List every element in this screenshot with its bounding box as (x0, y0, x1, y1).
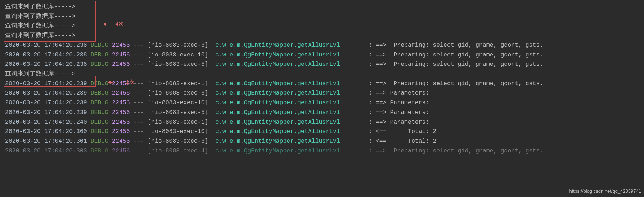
logger: c.w.e.m.QgEntityMapper.getAllusrLvl (215, 147, 358, 154)
separator: --- (134, 80, 144, 87)
timestamp: 2020-03-20 17:04:20.238 (5, 61, 87, 68)
pid: 22456 (112, 61, 130, 68)
db-query-text: 查询来到了数据库-----> (5, 32, 75, 39)
message: : ==> Preparing: select gid, gname, gcon… (369, 61, 543, 68)
logger: c.w.e.m.QgEntityMapper.getAllusrLvl (215, 90, 358, 96)
db-query-text: 查询来到了数据库-----> (5, 70, 75, 77)
log-level: DEBUG (91, 42, 109, 49)
logger: c.w.e.m.QgEntityMapper.getAllusrLvl (215, 42, 358, 49)
message: : ==> Parameters: (369, 109, 433, 116)
log-level: DEBUG (91, 80, 109, 87)
logger: c.w.e.m.QgEntityMapper.getAllusrLvl (215, 51, 358, 58)
logger: c.w.e.m.QgEntityMapper.getAllusrLvl (215, 80, 358, 87)
timestamp: 2020-03-20 17:04:20.239 (5, 80, 87, 87)
timestamp: 2020-03-20 17:04:20.239 (5, 99, 87, 106)
log-line: 2020-03-20 17:04:20.238 DEBUG 22456 --- … (5, 60, 644, 69)
log-rows: 2020-03-20 17:04:20.238 DEBUG 22456 --- … (5, 41, 644, 156)
log-line: 查询来到了数据库-----> (5, 31, 644, 41)
separator: --- (134, 138, 144, 145)
log-line: 2020-03-20 17:04:20.300 DEBUG 22456 --- … (5, 127, 644, 137)
pid: 22456 (112, 42, 130, 49)
log-level: DEBUG (91, 90, 109, 96)
timestamp: 2020-03-20 17:04:20.303 (5, 147, 87, 154)
message: : ==> Preparing: select gid, gname, gcon… (369, 42, 543, 49)
pid: 22456 (112, 128, 130, 135)
annotation-arrow-2: ◀— 1次 (107, 78, 135, 87)
timestamp: 2020-03-20 17:04:20.240 (5, 119, 87, 125)
log-line: 2020-03-20 17:04:20.303 DEBUG 22456 --- … (5, 146, 644, 156)
log-line: 2020-03-20 17:04:20.240 DEBUG 22456 --- … (5, 118, 644, 127)
annotation-label: 1次 (126, 79, 135, 86)
pid: 22456 (112, 119, 130, 125)
thread: [nio-8083-exec-5] (148, 61, 212, 68)
log-line: 查询来到了数据库-----> (5, 69, 644, 79)
message: : ==> Parameters: (369, 90, 433, 96)
logger: c.w.e.m.QgEntityMapper.getAllusrLvl (215, 128, 358, 135)
logger: c.w.e.m.QgEntityMapper.getAllusrLvl (215, 119, 358, 125)
pid: 22456 (112, 109, 130, 116)
log-level: DEBUG (91, 119, 109, 125)
log-line: 2020-03-20 17:04:20.238 DEBUG 22456 --- … (5, 41, 644, 50)
separator: --- (134, 99, 144, 106)
thread: [io-8083-exec-10] (148, 51, 212, 58)
message: : ==> Preparing: select gid, gname, gcon… (369, 80, 543, 87)
message: : ==> Parameters: (369, 99, 433, 106)
timestamp: 2020-03-20 17:04:20.238 (5, 42, 87, 49)
message: : ==> Parameters: (369, 119, 433, 125)
log-level: DEBUG (91, 51, 109, 58)
db-query-text: 查询来到了数据库-----> (5, 13, 75, 20)
separator: --- (134, 90, 144, 96)
log-level: DEBUG (91, 138, 109, 145)
log-line: 查询来到了数据库-----> (5, 2, 644, 12)
arrow-left-icon: ◀— (103, 21, 109, 27)
separator: --- (134, 61, 144, 68)
thread: [nio-8083-exec-4] (148, 147, 212, 154)
logger: c.w.e.m.QgEntityMapper.getAllusrLvl (215, 138, 358, 145)
thread: [nio-8083-exec-6] (148, 90, 212, 96)
timestamp: 2020-03-20 17:04:20.239 (5, 90, 87, 96)
annotation-label: 4次 (115, 21, 124, 27)
thread: [nio-8083-exec-5] (148, 109, 212, 116)
message: : <== Total: 2 (369, 128, 436, 135)
message: : ==> Preparing: select gid, gname, gcon… (369, 147, 543, 154)
timestamp: 2020-03-20 17:04:20.300 (5, 128, 87, 135)
timestamp: 2020-03-20 17:04:20.238 (5, 51, 87, 58)
log-line: 查询来到了数据库-----> (5, 12, 644, 22)
thread: [nio-8083-exec-6] (148, 42, 212, 49)
log-line: 2020-03-20 17:04:20.239 DEBUG 22456 --- … (5, 98, 644, 108)
db-query-text: 查询来到了数据库-----> (5, 3, 75, 10)
log-line: 2020-03-20 17:04:20.238 DEBUG 22456 --- … (5, 50, 644, 60)
db-query-text: 查询来到了数据库-----> (5, 22, 75, 29)
console-output[interactable]: ◀— 4次 ◀— 1次 查询来到了数据库-----> 查询来到了数据库-----… (0, 0, 644, 197)
thread: [nio-8083-exec-1] (148, 80, 212, 87)
separator: --- (134, 128, 144, 135)
logger: c.w.e.m.QgEntityMapper.getAllusrLvl (215, 61, 358, 68)
log-line: 查询来到了数据库-----> (5, 21, 644, 31)
separator: --- (134, 147, 144, 154)
arrow-left-icon: ◀— (107, 79, 113, 86)
thread: [io-8083-exec-10] (148, 99, 212, 106)
watermark: https://blog.csdn.net/qq_42839741 (569, 187, 641, 195)
log-level: DEBUG (91, 147, 109, 154)
message: : <== Total: 2 (369, 138, 436, 145)
separator: --- (134, 51, 144, 58)
log-level: DEBUG (91, 99, 109, 106)
log-line: 2020-03-20 17:04:20.301 DEBUG 22456 --- … (5, 137, 644, 146)
log-line: 2020-03-20 17:04:20.239 DEBUG 22456 --- … (5, 108, 644, 118)
log-level: DEBUG (91, 128, 109, 135)
timestamp: 2020-03-20 17:04:20.239 (5, 109, 87, 116)
pid: 22456 (112, 51, 130, 58)
thread: [nio-8083-exec-6] (148, 138, 212, 145)
log-line: 2020-03-20 17:04:20.239 DEBUG 22456 --- … (5, 88, 644, 98)
message: : ==> Preparing: select gid, gname, gcon… (369, 51, 543, 58)
pid: 22456 (112, 138, 130, 145)
thread: [io-8083-exec-10] (148, 128, 212, 135)
log-line: 2020-03-20 17:04:20.239 DEBUG 22456 --- … (5, 79, 644, 89)
pid: 22456 (112, 99, 130, 106)
log-level: DEBUG (91, 61, 109, 68)
logger: c.w.e.m.QgEntityMapper.getAllusrLvl (215, 99, 358, 106)
timestamp: 2020-03-20 17:04:20.301 (5, 138, 87, 145)
annotation-arrow-1: ◀— 4次 (103, 20, 124, 29)
log-level: DEBUG (91, 109, 109, 116)
pid: 22456 (112, 90, 130, 96)
